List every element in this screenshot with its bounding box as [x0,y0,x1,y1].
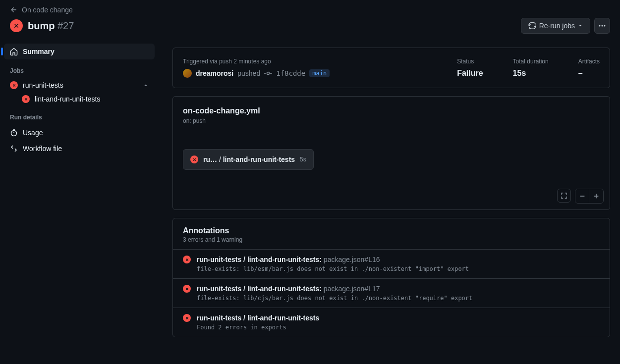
job-node-label: ru… / lint-and-run-unit-tests [203,156,295,163]
home-icon [10,48,18,55]
annotation-item[interactable]: run-unit-tests / lint-and-run-unit-tests… [173,308,610,337]
error-icon [183,256,191,263]
annotation-message: Found 2 errors in exports [197,324,600,331]
svg-rect-5 [580,196,584,197]
job-node-time: 5s [300,156,306,163]
duration-value: 15s [513,69,549,78]
duration-label: Total duration [513,58,549,65]
annotation-location: package.json#L17 [324,285,380,293]
branch-pill[interactable]: main [309,69,330,77]
sidebar-heading-run-details: Run details [4,106,155,125]
refresh-icon [528,22,536,30]
status-value: Failure [457,69,483,78]
annotation-message: file-exists: lib/esm/bar.js does not exi… [197,265,600,272]
commit-sha-link[interactable]: 1f8cdde [276,69,305,77]
zoom-in-button[interactable] [589,189,603,203]
breadcrumb[interactable]: On code change [10,6,610,14]
run-number: #27 [57,20,74,31]
annotation-message: file-exists: lib/cjs/bar.js does not exi… [197,295,600,302]
kebab-icon [598,22,606,30]
workflow-trigger: on: push [183,117,600,124]
annotation-job: run-unit-tests / lint-and-run-unit-tests… [197,256,322,263]
sidebar-item-usage[interactable]: Usage [4,125,155,141]
chevron-up-icon [143,82,149,88]
chevron-down-icon [578,23,583,28]
rerun-jobs-button[interactable]: Re-run jobs [521,18,590,34]
status-fail-icon [10,81,18,89]
annotation-job: run-unit-tests / lint-and-run-unit-tests [197,314,319,322]
action-text: pushed [237,69,260,77]
workflow-filename: on-code-change.yml [183,106,600,115]
page-title: bump #27 [28,20,74,32]
username-link[interactable]: dreamorosi [196,69,233,77]
summary-card: Triggered via push 2 minutes ago dreamor… [172,48,610,88]
svg-point-0 [599,25,601,27]
trigger-label: Triggered via push 2 minutes ago [183,58,427,65]
annotation-item[interactable]: run-unit-tests / lint-and-run-unit-tests… [173,249,610,278]
file-icon [10,145,18,153]
annotation-item[interactable]: run-unit-tests / lint-and-run-unit-tests… [173,278,610,308]
status-fail-icon [22,95,30,103]
annotations-subtitle: 3 errors and 1 warning [183,236,600,243]
job-node[interactable]: ru… / lint-and-run-unit-tests 5s [183,149,314,170]
zoom-out-button[interactable] [575,189,589,203]
sidebar-item-summary[interactable]: Summary [4,44,155,59]
annotations-card: Annotations 3 errors and 1 warning run-u… [172,218,610,337]
svg-rect-7 [596,194,597,199]
status-fail-icon [10,19,23,32]
kebab-menu-button[interactable] [594,18,610,34]
svg-point-2 [604,25,606,27]
error-icon [183,285,191,293]
breadcrumb-parent[interactable]: On code change [22,6,73,14]
sidebar: Summary Jobs run-unit-tests lint-and-run… [0,42,159,337]
stopwatch-icon [10,129,18,137]
error-icon [183,314,191,322]
workflow-graph-card: on-code-change.yml on: push ru… / lint-a… [172,96,610,210]
annotation-job: run-unit-tests / lint-and-run-unit-tests… [197,285,322,293]
status-label: Status [457,58,483,65]
avatar[interactable] [183,69,192,78]
svg-point-4 [267,72,270,75]
sidebar-job-group[interactable]: run-unit-tests [4,78,155,92]
commit-icon [264,69,272,77]
sidebar-heading-jobs: Jobs [4,59,155,78]
status-fail-icon [190,156,198,163]
artifacts-value: – [578,69,600,78]
sidebar-item-workflow-file[interactable]: Workflow file [4,141,155,156]
sidebar-job-child[interactable]: lint-and-run-unit-tests [4,92,155,106]
back-arrow-icon [10,6,18,14]
svg-point-1 [602,25,603,27]
artifacts-label: Artifacts [578,58,600,65]
fullscreen-button[interactable] [557,189,571,203]
annotations-title: Annotations [183,226,600,235]
annotation-location: package.json#L16 [324,256,380,263]
